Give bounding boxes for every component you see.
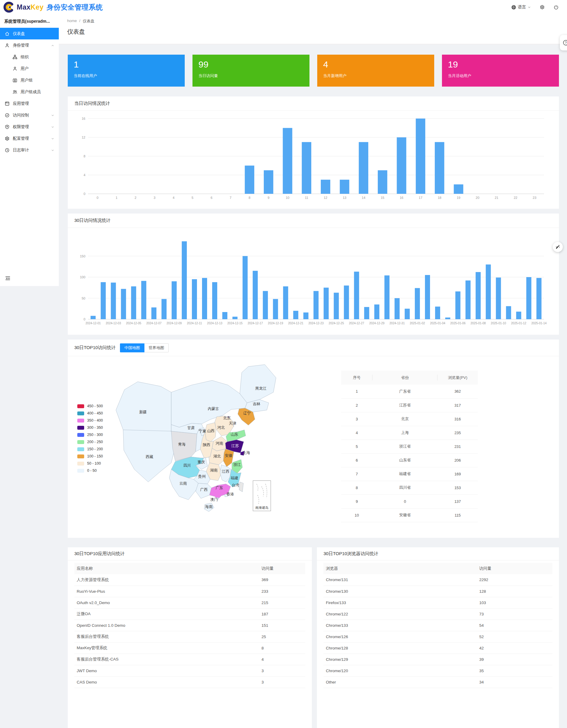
svg-text:4: 4	[173, 196, 174, 199]
table-cell-name: MaxKey管理系统	[74, 642, 259, 654]
table-cell: 浙江省	[372, 440, 437, 453]
table-row: Chrome/12652	[323, 631, 552, 642]
table-cell: 0	[372, 494, 437, 508]
svg-text:10: 10	[285, 196, 289, 199]
table-cell: 317	[437, 398, 478, 412]
table-row: Chrome/130128	[323, 586, 552, 597]
table-cell-name: Chrome/128	[323, 642, 477, 654]
table-cell: 北京	[372, 412, 437, 426]
sidebar-item-应用管理[interactable]: 应用管理	[0, 98, 59, 109]
sidebar-item-访问控制[interactable]: 访问控制	[0, 109, 59, 121]
table-cell-value: 4	[259, 654, 305, 665]
province-label: 四川	[183, 463, 191, 468]
stat-card-value: 1	[74, 59, 179, 70]
table-cell-value: 151	[259, 620, 305, 631]
province-label: 河南	[216, 441, 223, 446]
map-tab-中国地图[interactable]: 中国地图	[120, 343, 145, 352]
sidebar-item-身份管理[interactable]: 身份管理	[0, 39, 59, 51]
table-row: 泛微OA187	[74, 608, 305, 620]
language-label: 语言	[518, 4, 526, 10]
sidebar-item-用户组[interactable]: 用户组	[0, 74, 59, 86]
svg-text:5: 5	[192, 196, 193, 199]
legend-label: 300 - 350	[87, 426, 103, 430]
breadcrumb-item[interactable]: home	[67, 19, 77, 24]
province-label: 青海	[178, 442, 186, 446]
legend-label: 350 - 400	[87, 418, 103, 423]
sidebar-item-日志审计[interactable]: 日志审计	[0, 144, 59, 156]
monthly-visits-panel: 30日访问情况统计 0501001502024-12-012024-12-032…	[68, 214, 559, 335]
app-visits-table: 应用名称访问量 人力资源管理系统369RuoYi-Vue-Plus233OAut…	[74, 563, 305, 688]
table-row: 10安徽省115	[341, 508, 478, 522]
home-icon	[5, 31, 10, 36]
province-label: 新疆	[139, 410, 147, 414]
table-cell-value: 2292	[477, 574, 552, 586]
svg-text:9: 9	[268, 196, 270, 199]
legend-item: 250 - 300	[77, 431, 103, 438]
sidebar-item-仪表盘[interactable]: 仪表盘	[0, 28, 59, 39]
language-switcher[interactable]: 语言	[511, 4, 531, 10]
table-cell-name: JWT Demo	[74, 665, 259, 676]
province-新疆[interactable]	[116, 382, 171, 434]
legend-label: 250 - 300	[87, 433, 103, 437]
province-label: 辽宁	[243, 411, 251, 415]
svg-text:2025-01-08: 2025-01-08	[471, 322, 486, 325]
table-row: 客服后台管理系统25	[74, 631, 305, 642]
table-cell: 广东省	[372, 385, 437, 398]
province-label: 河北	[217, 426, 225, 430]
province-黑龙江[interactable]	[240, 365, 276, 403]
svg-text:2025-01-10: 2025-01-10	[491, 322, 506, 325]
svg-text:0: 0	[97, 196, 99, 199]
daily-visits-bar-chart: 0481216012345678910111213141516171819202…	[74, 114, 549, 203]
stat-cards-row: 1 当前在线用户99 当日访问量4 当月新增用户19 当月活动用户	[68, 55, 559, 87]
svg-text:22: 22	[514, 196, 517, 199]
sidebar-collapse-button[interactable]	[5, 275, 11, 281]
sidebar-item-用户[interactable]: 用户	[0, 63, 59, 74]
sidebar-item-权限管理[interactable]: 权限管理	[0, 121, 59, 133]
table-cell: 153	[437, 481, 478, 494]
province-label: 天津	[229, 421, 237, 426]
sidebar-item-组织[interactable]: 组织	[0, 51, 59, 63]
access-icon	[5, 113, 10, 118]
sidebar-item-label: 用户组	[21, 78, 55, 83]
table-cell: 5	[341, 440, 372, 453]
logout-button[interactable]	[554, 5, 559, 10]
table-cell-value: 34	[477, 676, 552, 688]
legend-label: 450 - 500	[87, 404, 103, 408]
legend-swatch	[77, 469, 84, 473]
help-floating-button[interactable]: ?	[560, 35, 567, 50]
svg-text:2024-12-15: 2024-12-15	[228, 322, 243, 325]
legend-label: 0 - 50	[87, 469, 97, 473]
theme-wand-floating-button[interactable]	[553, 242, 563, 252]
maxkey-logo	[3, 1, 15, 13]
permission-icon	[5, 124, 10, 129]
settings-button[interactable]	[540, 5, 545, 10]
province-label: 台湾	[232, 483, 239, 487]
province-内蒙古[interactable]	[171, 380, 247, 427]
svg-text:16: 16	[82, 117, 85, 120]
table-cell-name: OpenID Connect 1.0 Demo	[74, 620, 259, 631]
svg-text:7: 7	[230, 196, 231, 199]
page-title: 仪表盘	[59, 24, 567, 36]
table-cell-value: 3	[259, 676, 305, 688]
breadcrumb-separator: /	[79, 19, 81, 24]
map-tab-世界地图[interactable]: 世界地图	[145, 343, 169, 352]
table-cell-name: 泛微OA	[74, 608, 259, 620]
chevron-down-icon	[528, 6, 531, 9]
svg-text:21: 21	[495, 196, 498, 199]
province-label: 内蒙古	[208, 407, 219, 411]
table-cell: 362	[437, 385, 478, 398]
legend-swatch	[77, 419, 84, 423]
svg-text:2024-12-21: 2024-12-21	[288, 322, 304, 325]
legend-swatch	[77, 404, 84, 408]
sidebar-item-配置管理[interactable]: 配置管理	[0, 133, 59, 144]
sidebar-item-用户组成员[interactable]: 用户组成员	[0, 86, 59, 98]
province-台湾[interactable]	[239, 482, 243, 492]
province-label: 北京	[223, 416, 231, 420]
top10-app-panel: 30日TOP10应用访问统计 应用名称访问量 人力资源管理系统369RuoYi-…	[68, 547, 312, 728]
brand-text: MaxKey身份安全管理系统	[17, 3, 103, 12]
table-cell-name: Chrome/129	[323, 654, 477, 665]
province-label: 上海	[243, 451, 251, 455]
svg-text:2024-12-19: 2024-12-19	[268, 322, 284, 325]
svg-text:2024-12-23: 2024-12-23	[308, 322, 324, 325]
china-map[interactable]: 新疆西藏青海甘肃宁夏内蒙古黑龙江吉林辽宁北京天津河北山西山东陕西河南江苏上海安徽…	[113, 362, 282, 514]
